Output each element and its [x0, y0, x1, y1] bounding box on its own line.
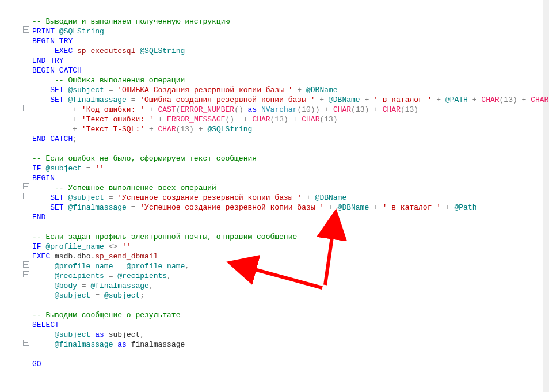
gutter — [0, 0, 13, 392]
code-comment: -- Выводим сообщение о результате — [32, 311, 180, 319]
code-keyword: END — [32, 213, 45, 222]
code-keyword: BEGIN — [32, 66, 55, 75]
code-keyword: END — [32, 135, 45, 143]
code-string: 'Текст T-SQL:' — [82, 125, 144, 134]
code-comment: -- Если ошибок не было, сформируем текст… — [32, 154, 257, 163]
code-string: 'Код ошибки: ' — [82, 105, 144, 114]
code-keyword: IF — [32, 164, 41, 173]
code-variable: @SQLString — [59, 27, 104, 36]
code-func: ERROR_MESSAGE — [167, 115, 225, 124]
code-keyword: EXEC — [32, 252, 50, 261]
code-comment: -- Если задан профиль электронной почты,… — [32, 233, 297, 241]
code-comment: -- Успешное выполнение всех операций — [55, 184, 216, 192]
code-keyword: IF — [32, 242, 41, 251]
code-variable: @SQLString — [140, 47, 185, 55]
code-string: 'Текст ошибки: ' — [82, 115, 154, 124]
code-area[interactable]: -- Выводим и выполняем полученную инстру… — [13, 7, 549, 369]
code-keyword: SET — [50, 86, 63, 94]
code-keyword: CATCH — [50, 135, 73, 143]
code-keyword: TRY — [50, 56, 63, 65]
code-func: CHAR — [531, 96, 548, 104]
code-string: 'Успешное создание резервной копии базы … — [117, 193, 302, 202]
code-keyword: SELECT — [32, 321, 59, 329]
code-keyword: TRY — [59, 37, 73, 45]
code-variable: @finalmassage — [68, 96, 126, 104]
code-keyword: GO — [32, 360, 41, 368]
code-keyword: SET — [50, 96, 63, 104]
code-keyword: BEGIN — [32, 37, 55, 45]
code-keyword: PRINT — [32, 27, 55, 36]
code-proc: sp_executesql — [77, 47, 135, 55]
code-func: CHAR — [481, 96, 499, 104]
code-keyword: EXEC — [55, 47, 73, 55]
code-string: 'Успешное создание резревной копии базы … — [140, 203, 324, 212]
code-editor: -- Выводим и выполняем полученную инстру… — [0, 0, 549, 392]
code-variable: @subject — [68, 86, 104, 94]
code-keyword: CATCH — [59, 66, 82, 75]
code-keyword: BEGIN — [32, 174, 55, 182]
code-variable: @DBName — [306, 86, 338, 94]
code-comment: -- Выводим и выполняем полученную инстру… — [32, 17, 230, 26]
code-func: CAST — [158, 105, 176, 114]
code-string: 'ОШИБКА Создания резервной копии базы ' — [117, 86, 292, 94]
code-keyword: END — [32, 56, 45, 65]
code-proc: sp_send_dbmail — [95, 252, 158, 261]
code-func: ERROR_NUMBER — [181, 105, 235, 114]
code-comment: -- Ошбика выполнения операции — [55, 76, 185, 85]
code-string: 'Ошибка создания резервной копии базы ' — [140, 96, 315, 104]
